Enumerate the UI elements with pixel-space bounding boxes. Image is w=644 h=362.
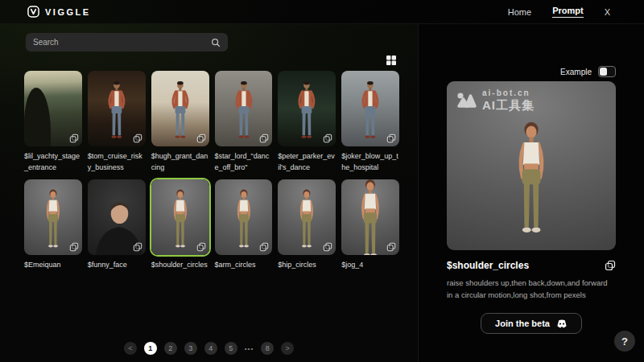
video-title: $hugh_grant_dancing	[151, 151, 209, 173]
grid-view-icon[interactable]	[386, 55, 397, 66]
toggle-knob	[600, 68, 607, 76]
top-bar: VIGGLE Home Prompt X	[0, 0, 644, 24]
video-title: $funny_face	[88, 260, 146, 271]
video-thumbnail[interactable]	[24, 179, 82, 255]
pagination-page-3[interactable]: 3	[184, 342, 197, 355]
gallery-item-joker[interactable]: $joker_blow_up_the_hospital	[341, 71, 399, 173]
gallery-item-star-lord[interactable]: $star_lord_"dance_off_bro"	[215, 71, 273, 173]
discord-icon	[556, 319, 568, 328]
copy-icon[interactable]	[259, 242, 269, 252]
copy-icon[interactable]	[323, 134, 332, 143]
gallery-item-emeiquan[interactable]: $Emeiquan	[24, 179, 82, 271]
video-thumbnail[interactable]	[151, 71, 209, 146]
gallery-item-hip-circles[interactable]: $hip_circles	[278, 179, 336, 271]
pagination-page-4[interactable]: 4	[204, 342, 217, 355]
copy-icon[interactable]	[386, 134, 396, 143]
watermark-logo-icon	[456, 91, 477, 109]
video-title: $hip_circles	[278, 260, 336, 271]
template-gallery: $lil_yachty_stage_entrance $tom_cruise_r…	[24, 71, 399, 271]
example-toggle[interactable]	[598, 66, 616, 77]
pagination-ellipsis: •••	[245, 342, 254, 355]
video-thumbnail-selected[interactable]	[151, 179, 209, 255]
gallery-row-1: $lil_yachty_stage_entrance $tom_cruise_r…	[24, 71, 399, 173]
main-area: $lil_yachty_stage_entrance $tom_cruise_r…	[0, 24, 644, 362]
copy-icon[interactable]	[133, 242, 142, 252]
prompt-description: raise shoulders up,then back,down,and fo…	[447, 278, 614, 301]
copy-icon[interactable]	[69, 242, 79, 252]
copy-icon[interactable]	[196, 134, 206, 143]
help-button[interactable]: ?	[614, 331, 635, 352]
copy-icon[interactable]	[259, 134, 269, 143]
pagination: < 1 2 3 4 5 ••• 8 >	[0, 342, 418, 355]
video-thumbnail[interactable]	[341, 179, 399, 255]
gallery-item-lil-yachty[interactable]: $lil_yachty_stage_entrance	[24, 71, 82, 173]
search-bar[interactable]	[26, 33, 228, 51]
watermark: ai-bot.cn AI工具集	[456, 88, 535, 112]
copy-icon[interactable]	[69, 134, 79, 143]
gallery-item-hugh-grant[interactable]: $hugh_grant_dancing	[151, 71, 209, 173]
video-title: $tom_cruise_risky_business	[88, 151, 146, 173]
pagination-page-1[interactable]: 1	[144, 342, 157, 355]
gallery-row-2: $Emeiquan $funny_face $shoulder_circles	[24, 179, 399, 271]
copy-icon[interactable]	[386, 242, 396, 252]
preview-character-figure	[447, 120, 616, 247]
gallery-item-peter-parker[interactable]: $peter_parker_evil's_dance	[278, 71, 336, 173]
viggle-logo-icon	[27, 6, 39, 18]
watermark-line-1: ai-bot.cn	[482, 88, 535, 98]
search-icon[interactable]	[211, 38, 221, 47]
gallery-panel: $lil_yachty_stage_entrance $tom_cruise_r…	[0, 24, 418, 362]
video-title: $shoulder_circles	[151, 260, 209, 271]
video-thumbnail[interactable]	[24, 71, 82, 146]
search-input[interactable]	[33, 38, 211, 47]
nav-prompt[interactable]: Prompt	[552, 6, 584, 18]
video-thumbnail[interactable]	[215, 179, 273, 255]
video-thumbnail[interactable]	[215, 71, 273, 146]
video-title: $jog_4	[341, 260, 399, 271]
video-thumbnail[interactable]	[278, 179, 336, 255]
pagination-next[interactable]: >	[281, 342, 294, 355]
brand-name: VIGGLE	[45, 7, 91, 17]
copy-prompt-icon[interactable]	[605, 260, 616, 271]
video-thumbnail[interactable]	[88, 71, 146, 146]
brand-logo[interactable]: VIGGLE	[0, 6, 91, 18]
pagination-page-5[interactable]: 5	[225, 342, 237, 355]
watermark-line-2: AI工具集	[482, 98, 535, 112]
video-thumbnail[interactable]	[341, 71, 399, 146]
preview-title: $shoulder_circles	[447, 260, 529, 271]
video-title: $star_lord_"dance_off_bro"	[215, 151, 273, 173]
video-title: $arm_circles	[215, 260, 273, 271]
pagination-page-2[interactable]: 2	[164, 342, 177, 355]
gallery-item-tom-cruise[interactable]: $tom_cruise_risky_business	[88, 71, 146, 173]
gallery-item-funny-face[interactable]: $funny_face	[88, 179, 146, 271]
copy-icon[interactable]	[133, 134, 142, 143]
pagination-prev[interactable]: <	[124, 342, 137, 355]
preview-video[interactable]: ai-bot.cn AI工具集	[447, 81, 616, 250]
join-beta-label: Join the beta	[495, 319, 550, 328]
gallery-item-shoulder-circles[interactable]: $shoulder_circles	[151, 179, 209, 271]
video-title: $joker_blow_up_the_hospital	[341, 151, 399, 173]
top-navigation: Home Prompt X	[508, 6, 644, 18]
copy-icon[interactable]	[323, 242, 332, 252]
join-beta-button[interactable]: Join the beta	[481, 313, 582, 334]
video-title: $lil_yachty_stage_entrance	[24, 151, 82, 173]
video-title: $Emeiquan	[24, 260, 82, 271]
pagination-page-8[interactable]: 8	[261, 342, 274, 355]
video-title: $peter_parker_evil's_dance	[278, 151, 336, 173]
gallery-item-arm-circles[interactable]: $arm_circles	[215, 179, 273, 271]
nav-x[interactable]: X	[605, 7, 610, 17]
nav-home[interactable]: Home	[508, 7, 531, 17]
preview-panel: Example ai-bot.cn AI工具集 $shoulder_circl	[418, 24, 644, 362]
example-label: Example	[560, 68, 592, 76]
gallery-item-jog-4[interactable]: $jog_4	[341, 179, 399, 271]
copy-icon[interactable]	[196, 242, 206, 252]
video-thumbnail[interactable]	[88, 179, 146, 255]
video-thumbnail[interactable]	[278, 71, 336, 146]
